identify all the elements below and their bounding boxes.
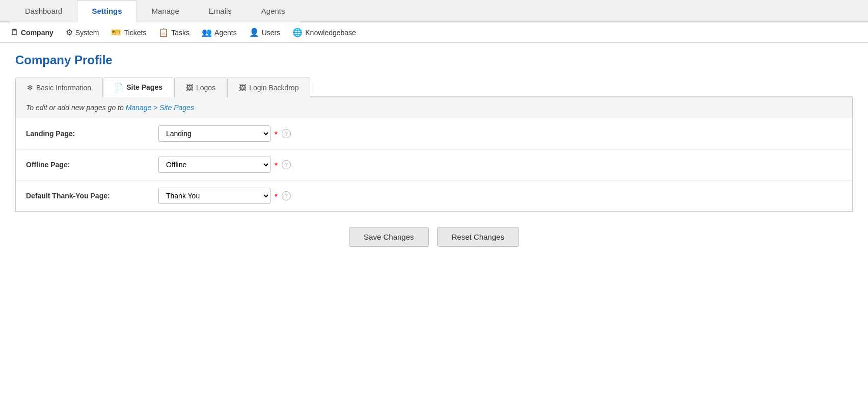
tab-manage[interactable]: Manage bbox=[137, 0, 194, 22]
form-area: To edit or add new pages go to Manage > … bbox=[15, 97, 853, 212]
landing-page-select[interactable]: Landing Home Custom bbox=[158, 125, 270, 142]
tickets-icon: 🎫 bbox=[111, 28, 121, 37]
thank-you-page-control-group: Thank You Home Custom * ? bbox=[158, 188, 291, 204]
offline-page-select[interactable]: Offline Maintenance Custom bbox=[158, 157, 270, 173]
subnav-knowledgebase-label: Knowledgebase bbox=[305, 29, 356, 37]
subnav-users-label: Users bbox=[262, 29, 281, 37]
subnav-tasks-label: Tasks bbox=[171, 29, 189, 37]
knowledgebase-icon: 🌐 bbox=[292, 28, 303, 37]
save-changes-button[interactable]: Save Changes bbox=[349, 227, 428, 247]
top-nav: Dashboard Settings Manage Emails Agents bbox=[0, 0, 868, 22]
tab-agents[interactable]: Agents bbox=[247, 0, 300, 22]
company-icon: 🗒 bbox=[10, 28, 18, 37]
thank-you-page-row: Default Thank-You Page: Thank You Home C… bbox=[16, 181, 852, 211]
subnav-tickets[interactable]: 🎫 Tickets bbox=[111, 28, 146, 37]
reset-changes-button[interactable]: Reset Changes bbox=[437, 227, 519, 247]
basic-info-icon: ✻ bbox=[27, 84, 33, 92]
info-banner: To edit or add new pages go to Manage > … bbox=[16, 97, 852, 118]
thank-you-page-help-icon[interactable]: ? bbox=[282, 191, 291, 200]
thank-you-page-select[interactable]: Thank You Home Custom bbox=[158, 188, 270, 204]
landing-page-required: * bbox=[275, 130, 278, 138]
subnav-agents[interactable]: 👥 Agents bbox=[202, 28, 237, 37]
page-title: Company Profile bbox=[15, 53, 853, 67]
tab-login-backdrop[interactable]: 🖼 Login Backdrop bbox=[227, 78, 310, 97]
page-content: Company Profile ✻ Basic Information 📄 Si… bbox=[0, 43, 868, 267]
offline-page-control-group: Offline Maintenance Custom * ? bbox=[158, 157, 291, 173]
tab-emails[interactable]: Emails bbox=[194, 0, 247, 22]
users-icon: 👤 bbox=[249, 28, 259, 37]
thank-you-page-label: Default Thank-You Page: bbox=[26, 192, 148, 200]
manage-site-pages-link[interactable]: Manage > Site Pages bbox=[126, 104, 194, 112]
landing-page-control-group: Landing Home Custom * ? bbox=[158, 125, 291, 142]
subnav-users[interactable]: 👤 Users bbox=[249, 28, 281, 37]
tab-logos[interactable]: 🖼 Logos bbox=[174, 78, 227, 97]
tasks-icon: 📋 bbox=[158, 28, 169, 37]
tab-basic-information[interactable]: ✻ Basic Information bbox=[15, 78, 103, 97]
subnav-company-label: Company bbox=[21, 29, 53, 37]
sub-nav: 🗒 Company ⚙ System 🎫 Tickets 📋 Tasks 👥 A… bbox=[0, 22, 868, 43]
system-icon: ⚙ bbox=[66, 28, 73, 37]
subnav-system[interactable]: ⚙ System bbox=[66, 28, 99, 37]
button-row: Save Changes Reset Changes bbox=[15, 212, 853, 257]
subnav-tasks[interactable]: 📋 Tasks bbox=[158, 28, 189, 37]
tab-basic-information-label: Basic Information bbox=[36, 84, 91, 92]
logos-icon: 🖼 bbox=[186, 84, 193, 92]
landing-page-row: Landing Page: Landing Home Custom * ? bbox=[16, 118, 852, 149]
landing-page-help-icon[interactable]: ? bbox=[282, 129, 291, 138]
section-tabs: ✻ Basic Information 📄 Site Pages 🖼 Logos… bbox=[15, 78, 853, 97]
info-banner-text: To edit or add new pages go to bbox=[26, 104, 126, 112]
tab-login-backdrop-label: Login Backdrop bbox=[249, 84, 299, 92]
tab-dashboard[interactable]: Dashboard bbox=[10, 0, 77, 22]
offline-page-label: Offline Page: bbox=[26, 161, 148, 169]
agents-icon: 👥 bbox=[202, 28, 212, 37]
tab-logos-label: Logos bbox=[196, 84, 215, 92]
subnav-knowledgebase[interactable]: 🌐 Knowledgebase bbox=[292, 28, 356, 37]
landing-page-label: Landing Page: bbox=[26, 130, 148, 138]
subnav-system-label: System bbox=[75, 29, 99, 37]
tab-settings[interactable]: Settings bbox=[77, 0, 137, 22]
offline-page-required: * bbox=[275, 161, 278, 169]
thank-you-page-required: * bbox=[275, 192, 278, 200]
offline-page-row: Offline Page: Offline Maintenance Custom… bbox=[16, 149, 852, 181]
login-backdrop-icon: 🖼 bbox=[239, 84, 246, 92]
site-pages-icon: 📄 bbox=[115, 83, 123, 91]
tab-site-pages[interactable]: 📄 Site Pages bbox=[103, 78, 174, 97]
offline-page-help-icon[interactable]: ? bbox=[282, 160, 291, 169]
subnav-agents-label: Agents bbox=[214, 29, 237, 37]
subnav-tickets-label: Tickets bbox=[124, 29, 146, 37]
tab-site-pages-label: Site Pages bbox=[126, 83, 162, 91]
subnav-company[interactable]: 🗒 Company bbox=[10, 28, 53, 37]
